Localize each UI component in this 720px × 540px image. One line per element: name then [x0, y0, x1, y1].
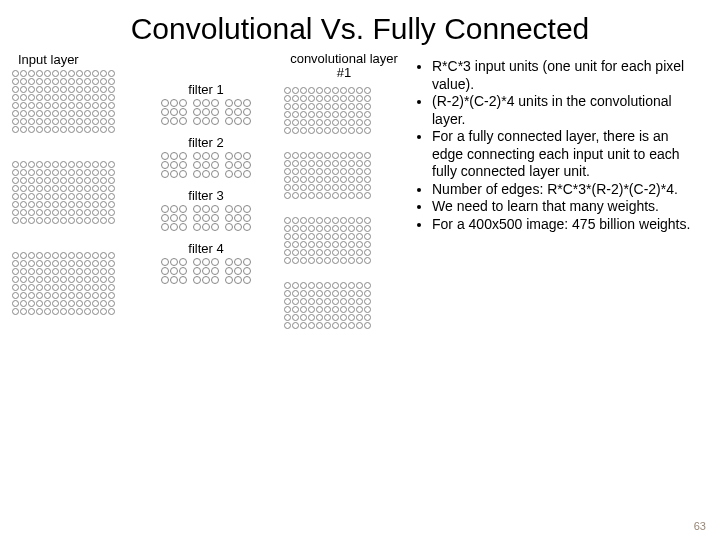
- input-grid: [12, 70, 128, 133]
- conv-grid: [284, 282, 404, 329]
- bullet-item: For a 400x500 image: 475 billion weights…: [432, 216, 702, 234]
- filter-grid: [193, 258, 219, 284]
- bullet-item: R*C*3 input units (one unit for each pix…: [432, 58, 702, 93]
- bullet-item: (R-2)*(C-2)*4 units in the convolutional…: [432, 93, 702, 128]
- filters-column: filter 1filter 2filter 3filter 4: [136, 52, 276, 347]
- filter-grid: [193, 99, 219, 125]
- bullets-column: R*C*3 input units (one unit for each pix…: [412, 52, 702, 347]
- filter-group: filter 3: [136, 188, 276, 231]
- input-grid: [12, 252, 128, 315]
- bullet-item: Number of edges: R*C*3*(R-2)*(C-2)*4.: [432, 181, 702, 199]
- slide-title: Convolutional Vs. Fully Connected: [0, 0, 720, 52]
- bullet-item: For a fully connected layer, there is an…: [432, 128, 702, 181]
- conv-layer-label: convolutional layer #1: [284, 52, 404, 81]
- conv-grid: [284, 217, 404, 264]
- filter-grid: [225, 258, 251, 284]
- filter-grid: [193, 205, 219, 231]
- conv-layer-column: convolutional layer #1: [284, 52, 404, 347]
- filter-grid: [161, 152, 187, 178]
- filter-grid: [193, 152, 219, 178]
- conv-grid: [284, 152, 404, 199]
- filter-label: filter 3: [136, 188, 276, 203]
- filter-label: filter 2: [136, 135, 276, 150]
- filter-grid: [225, 99, 251, 125]
- bullet-item: We need to learn that many weights.: [432, 198, 702, 216]
- filter-grid: [161, 99, 187, 125]
- page-number: 63: [694, 520, 706, 532]
- filter-grid: [161, 258, 187, 284]
- filter-group: filter 4: [136, 241, 276, 284]
- filter-label: filter 1: [136, 82, 276, 97]
- filter-group: filter 1: [136, 82, 276, 125]
- filter-grid: [161, 205, 187, 231]
- input-layer-label: Input layer: [12, 52, 128, 67]
- filter-grid: [225, 152, 251, 178]
- bullets-list: R*C*3 input units (one unit for each pix…: [412, 58, 702, 233]
- slide-content: Input layer filter 1filter 2filter 3filt…: [0, 52, 720, 347]
- filter-grid: [225, 205, 251, 231]
- input-grid: [12, 161, 128, 224]
- filter-group: filter 2: [136, 135, 276, 178]
- filter-label: filter 4: [136, 241, 276, 256]
- input-layer-column: Input layer: [12, 52, 128, 347]
- conv-grid: [284, 87, 404, 134]
